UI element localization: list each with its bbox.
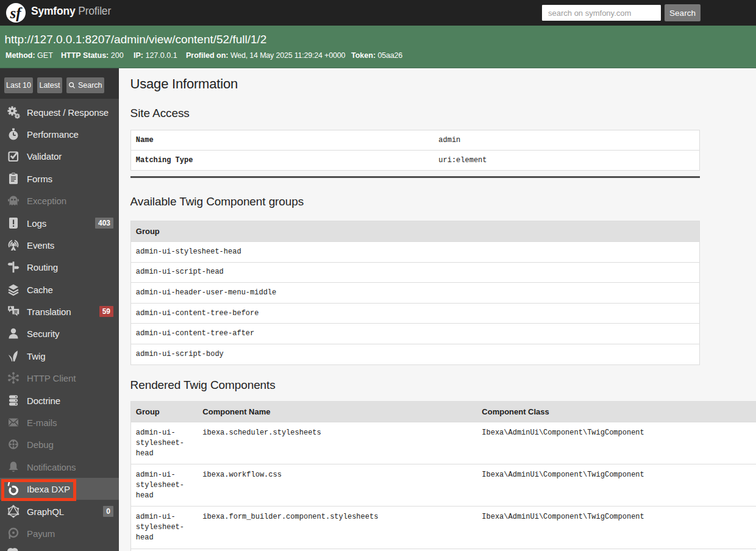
svg-text:sf: sf <box>9 5 23 21</box>
